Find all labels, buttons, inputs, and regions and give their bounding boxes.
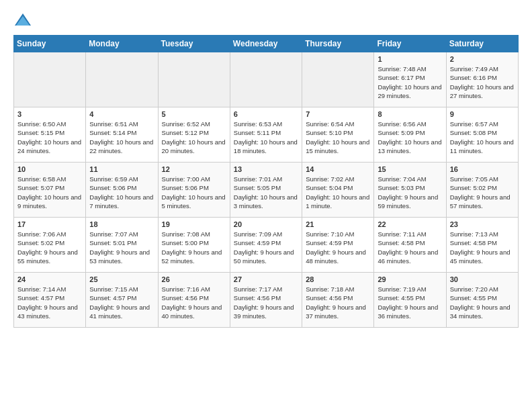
week-row-4: 17Sunrise: 7:06 AM Sunset: 5:02 PM Dayli… <box>14 218 519 273</box>
day-number: 22 <box>378 220 442 228</box>
day-number: 10 <box>17 165 82 173</box>
day-number: 13 <box>234 165 298 173</box>
day-number: 9 <box>450 110 515 118</box>
day-info: Sunrise: 7:00 AM Sunset: 5:06 PM Dayligh… <box>162 175 226 210</box>
day-number: 23 <box>450 220 515 228</box>
day-info: Sunrise: 7:18 AM Sunset: 4:56 PM Dayligh… <box>306 285 370 320</box>
day-info: Sunrise: 7:05 AM Sunset: 5:02 PM Dayligh… <box>450 175 515 210</box>
day-number: 19 <box>162 220 226 228</box>
day-info: Sunrise: 7:10 AM Sunset: 4:59 PM Dayligh… <box>306 230 370 265</box>
day-number: 8 <box>378 110 442 118</box>
day-number: 6 <box>234 110 298 118</box>
day-cell: 1Sunrise: 7:48 AM Sunset: 6:17 PM Daylig… <box>374 52 446 107</box>
day-cell <box>86 52 158 107</box>
day-cell: 26Sunrise: 7:16 AM Sunset: 4:56 PM Dayli… <box>158 273 230 328</box>
weekday-header-sunday: Sunday <box>14 36 86 52</box>
day-info: Sunrise: 7:20 AM Sunset: 4:55 PM Dayligh… <box>450 285 515 320</box>
day-cell: 22Sunrise: 7:11 AM Sunset: 4:58 PM Dayli… <box>374 218 446 273</box>
day-cell: 24Sunrise: 7:14 AM Sunset: 4:57 PM Dayli… <box>14 273 86 328</box>
day-info: Sunrise: 7:17 AM Sunset: 4:56 PM Dayligh… <box>234 285 298 320</box>
day-info: Sunrise: 7:13 AM Sunset: 4:58 PM Dayligh… <box>450 230 515 265</box>
day-number: 5 <box>162 110 226 118</box>
day-cell: 18Sunrise: 7:07 AM Sunset: 5:01 PM Dayli… <box>86 218 158 273</box>
day-number: 4 <box>89 110 154 118</box>
day-number: 28 <box>306 275 370 283</box>
day-number: 20 <box>234 220 298 228</box>
day-cell <box>302 52 374 107</box>
week-row-1: 1Sunrise: 7:48 AM Sunset: 6:17 PM Daylig… <box>14 52 519 107</box>
day-number: 12 <box>162 165 226 173</box>
day-cell: 23Sunrise: 7:13 AM Sunset: 4:58 PM Dayli… <box>446 218 518 273</box>
day-number: 30 <box>450 275 515 283</box>
day-info: Sunrise: 7:07 AM Sunset: 5:01 PM Dayligh… <box>89 230 154 265</box>
day-info: Sunrise: 7:01 AM Sunset: 5:05 PM Dayligh… <box>234 175 298 210</box>
day-info: Sunrise: 6:57 AM Sunset: 5:08 PM Dayligh… <box>450 120 515 155</box>
day-cell <box>230 52 302 107</box>
day-info: Sunrise: 7:16 AM Sunset: 4:56 PM Dayligh… <box>162 285 226 320</box>
day-info: Sunrise: 7:04 AM Sunset: 5:03 PM Dayligh… <box>378 175 442 210</box>
day-cell: 8Sunrise: 6:56 AM Sunset: 5:09 PM Daylig… <box>374 107 446 163</box>
day-number: 7 <box>306 110 370 118</box>
day-cell <box>14 52 86 107</box>
day-cell: 3Sunrise: 6:50 AM Sunset: 5:15 PM Daylig… <box>14 107 86 163</box>
day-number: 14 <box>306 165 370 173</box>
day-number: 16 <box>450 165 515 173</box>
day-number: 21 <box>306 220 370 228</box>
weekday-header-row: SundayMondayTuesdayWednesdayThursdayFrid… <box>14 36 519 52</box>
day-info: Sunrise: 7:49 AM Sunset: 6:16 PM Dayligh… <box>450 64 515 100</box>
day-cell: 19Sunrise: 7:08 AM Sunset: 5:00 PM Dayli… <box>158 218 230 273</box>
day-number: 24 <box>17 275 82 283</box>
day-info: Sunrise: 6:59 AM Sunset: 5:06 PM Dayligh… <box>89 175 154 210</box>
day-info: Sunrise: 7:02 AM Sunset: 5:04 PM Dayligh… <box>306 175 370 210</box>
day-info: Sunrise: 7:06 AM Sunset: 5:02 PM Dayligh… <box>17 230 82 265</box>
logo <box>13 11 35 30</box>
day-number: 18 <box>89 220 154 228</box>
weekday-header-tuesday: Tuesday <box>158 36 230 52</box>
day-cell: 4Sunrise: 6:51 AM Sunset: 5:14 PM Daylig… <box>86 107 158 163</box>
weekday-header-saturday: Saturday <box>446 36 518 52</box>
day-number: 2 <box>450 55 515 63</box>
week-row-3: 10Sunrise: 6:58 AM Sunset: 5:07 PM Dayli… <box>14 163 519 218</box>
day-cell: 28Sunrise: 7:18 AM Sunset: 4:56 PM Dayli… <box>302 273 374 328</box>
day-number: 3 <box>17 110 82 118</box>
day-cell: 25Sunrise: 7:15 AM Sunset: 4:57 PM Dayli… <box>86 273 158 328</box>
day-cell: 17Sunrise: 7:06 AM Sunset: 5:02 PM Dayli… <box>14 218 86 273</box>
weekday-header-wednesday: Wednesday <box>230 36 302 52</box>
day-info: Sunrise: 6:56 AM Sunset: 5:09 PM Dayligh… <box>378 120 442 155</box>
weekday-header-monday: Monday <box>86 36 158 52</box>
day-info: Sunrise: 7:11 AM Sunset: 4:58 PM Dayligh… <box>378 230 442 265</box>
day-cell: 7Sunrise: 6:54 AM Sunset: 5:10 PM Daylig… <box>302 107 374 163</box>
header <box>13 11 519 30</box>
day-number: 25 <box>89 275 154 283</box>
day-info: Sunrise: 7:09 AM Sunset: 4:59 PM Dayligh… <box>234 230 298 265</box>
day-info: Sunrise: 7:08 AM Sunset: 5:00 PM Dayligh… <box>162 230 226 265</box>
day-cell: 21Sunrise: 7:10 AM Sunset: 4:59 PM Dayli… <box>302 218 374 273</box>
day-info: Sunrise: 6:51 AM Sunset: 5:14 PM Dayligh… <box>89 120 154 155</box>
day-cell <box>158 52 230 107</box>
day-number: 1 <box>378 55 442 63</box>
day-number: 17 <box>17 220 82 228</box>
day-info: Sunrise: 7:14 AM Sunset: 4:57 PM Dayligh… <box>17 285 82 320</box>
day-info: Sunrise: 6:53 AM Sunset: 5:11 PM Dayligh… <box>234 120 298 155</box>
day-number: 27 <box>234 275 298 283</box>
day-cell: 16Sunrise: 7:05 AM Sunset: 5:02 PM Dayli… <box>446 163 518 218</box>
day-cell: 5Sunrise: 6:52 AM Sunset: 5:12 PM Daylig… <box>158 107 230 163</box>
day-info: Sunrise: 7:19 AM Sunset: 4:55 PM Dayligh… <box>378 285 442 320</box>
day-cell: 27Sunrise: 7:17 AM Sunset: 4:56 PM Dayli… <box>230 273 302 328</box>
day-cell: 30Sunrise: 7:20 AM Sunset: 4:55 PM Dayli… <box>446 273 518 328</box>
day-cell: 11Sunrise: 6:59 AM Sunset: 5:06 PM Dayli… <box>86 163 158 218</box>
day-info: Sunrise: 7:48 AM Sunset: 6:17 PM Dayligh… <box>378 64 442 100</box>
weekday-header-friday: Friday <box>374 36 446 52</box>
day-cell: 9Sunrise: 6:57 AM Sunset: 5:08 PM Daylig… <box>446 107 518 163</box>
day-cell: 20Sunrise: 7:09 AM Sunset: 4:59 PM Dayli… <box>230 218 302 273</box>
week-row-5: 24Sunrise: 7:14 AM Sunset: 4:57 PM Dayli… <box>14 273 519 328</box>
day-cell: 15Sunrise: 7:04 AM Sunset: 5:03 PM Dayli… <box>374 163 446 218</box>
week-row-2: 3Sunrise: 6:50 AM Sunset: 5:15 PM Daylig… <box>14 107 519 163</box>
day-info: Sunrise: 6:52 AM Sunset: 5:12 PM Dayligh… <box>162 120 226 155</box>
day-number: 29 <box>378 275 442 283</box>
day-info: Sunrise: 6:58 AM Sunset: 5:07 PM Dayligh… <box>17 175 82 210</box>
page: SundayMondayTuesdayWednesdayThursdayFrid… <box>0 0 532 334</box>
day-info: Sunrise: 6:54 AM Sunset: 5:10 PM Dayligh… <box>306 120 370 155</box>
day-number: 15 <box>378 165 442 173</box>
weekday-header-thursday: Thursday <box>302 36 374 52</box>
